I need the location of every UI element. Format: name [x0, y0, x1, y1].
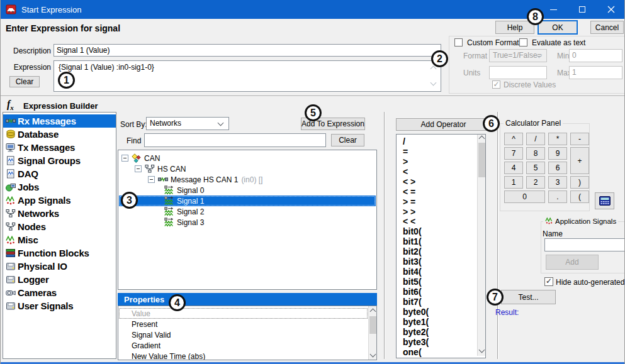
app-signal-name-input[interactable] [544, 238, 625, 251]
find-input[interactable] [144, 133, 326, 147]
operator-item[interactable]: > > [397, 207, 485, 217]
property-item-signal-valid[interactable]: Signal Valid [119, 329, 368, 340]
operator-item[interactable]: bit6( [397, 287, 485, 297]
property-item-new-value-time-abs-[interactable]: New Value Time (abs) [119, 351, 368, 360]
calc-button-4[interactable]: 4 [504, 162, 523, 174]
calc-button-close-paren[interactable]: ) [570, 176, 589, 189]
sidebar-item-signal-groups[interactable]: Signal Groups [3, 154, 116, 167]
operator-scrollbar[interactable] [477, 134, 485, 356]
app-signal-add-button[interactable]: Add [546, 255, 599, 270]
properties-scroll-up-icon[interactable] [370, 309, 376, 315]
operator-item[interactable]: < > [397, 177, 485, 187]
calc-button-div[interactable]: / [526, 133, 545, 145]
operator-item[interactable]: > [397, 157, 485, 167]
sidebar-item-misc[interactable]: Misc [3, 233, 116, 246]
tree-collapse-icon[interactable] [148, 176, 155, 183]
ok-button[interactable]: OK [538, 20, 578, 35]
calc-button-sub[interactable]: - [570, 133, 589, 145]
calc-button-2[interactable]: 2 [526, 176, 545, 189]
operator-item[interactable]: bit3( [397, 256, 485, 267]
calc-button-3[interactable]: 3 [548, 176, 567, 189]
tree-item-hs-can[interactable]: HS CAN [119, 163, 376, 174]
property-item-present[interactable]: Present [119, 319, 368, 329]
property-item-value[interactable]: Value [119, 308, 368, 319]
properties-scrollbar[interactable] [368, 306, 376, 360]
sidebar-item-physical-io[interactable]: Physical IO [3, 260, 116, 273]
sidebar-item-nodes[interactable]: Nodes [3, 220, 116, 233]
sidebar-item-networks[interactable]: Networks [3, 207, 116, 220]
sidebar-item-rx-messages[interactable]: Rx Messages [3, 114, 116, 128]
test-button[interactable]: Test... [501, 290, 556, 304]
operator-item[interactable]: byte2( [397, 327, 485, 337]
add-operator-button[interactable]: Add Operator [396, 118, 491, 131]
operator-item[interactable]: / [397, 136, 485, 146]
calc-button-mul[interactable]: * [548, 133, 567, 145]
tree-item-message-hs-can-1[interactable]: Message HS CAN 1(in0) [] [119, 174, 376, 185]
tree-item-signal-3[interactable]: Signal 3 [119, 217, 376, 228]
operator-item[interactable]: bit0( [397, 226, 485, 236]
tree-item-signal-1[interactable]: Signal 1 [119, 196, 376, 206]
sidebar-item-app-signals[interactable]: App Signals [3, 194, 116, 207]
hide-auto-generated-checkbox[interactable]: ✓ [544, 277, 553, 286]
calc-button-pow[interactable]: ^ [504, 133, 523, 145]
sidebar-item-user-signals[interactable]: User Signals [3, 299, 116, 312]
operator-scroll-up-icon[interactable] [479, 136, 485, 142]
calc-button-1[interactable]: 1 [504, 176, 523, 189]
operator-item[interactable]: < < [397, 217, 485, 227]
tree-item-signal-2[interactable]: Signal 2 [119, 206, 376, 217]
operator-item[interactable]: < = [397, 187, 485, 197]
custom-format-checkbox[interactable] [454, 38, 463, 47]
calc-button-0[interactable]: 0 [504, 190, 545, 203]
min-field[interactable]: 0 [569, 49, 622, 62]
operator-item[interactable]: bit7( [397, 297, 485, 307]
find-clear-button[interactable]: Clear [331, 134, 364, 146]
calc-button-8[interactable]: 8 [526, 147, 545, 160]
operator-item[interactable]: one( [397, 347, 485, 357]
operator-item[interactable]: bit2( [397, 246, 485, 256]
max-field[interactable]: 1 [569, 66, 622, 79]
operator-item[interactable]: bit1( [397, 236, 485, 246]
discrete-values-checkbox[interactable]: ✓ [492, 80, 500, 89]
sidebar-item-daq[interactable]: DAQ [3, 167, 116, 180]
operator-item[interactable]: < [397, 167, 485, 177]
description-field[interactable]: Signal 1 (Value) [53, 44, 441, 57]
close-button[interactable] [597, 0, 625, 19]
calc-button-dot[interactable]: . [548, 190, 567, 203]
units-field[interactable] [489, 66, 547, 79]
operator-item[interactable]: = [397, 146, 485, 157]
sidebar-item-jobs[interactable]: Jobs [3, 180, 116, 194]
sidebar-item-function-blocks[interactable]: Function Blocks [3, 246, 116, 260]
calc-button-open-paren[interactable]: ( [570, 190, 589, 203]
help-button[interactable]: Help [495, 21, 534, 34]
tree-item-signal-0[interactable]: Signal 0 [119, 185, 376, 196]
properties-scroll-thumb[interactable] [369, 316, 376, 334]
calc-button-add[interactable]: + [570, 147, 589, 174]
splitter-left[interactable] [384, 112, 385, 359]
operator-scroll-down-icon[interactable] [479, 347, 485, 353]
sidebar-item-tx-messages[interactable]: Tx Messages [3, 141, 116, 154]
property-item-gradient[interactable]: Gradient [119, 340, 368, 351]
tree-collapse-icon[interactable] [121, 155, 128, 162]
sidebar-item-database[interactable]: Database [3, 128, 116, 141]
calc-button-9[interactable]: 9 [548, 147, 567, 160]
operator-scroll-thumb[interactable] [478, 143, 485, 177]
calc-button-7[interactable]: 7 [504, 147, 523, 160]
operator-item[interactable]: bit5( [397, 277, 485, 287]
sidebar-item-logger[interactable]: Logger [3, 273, 116, 286]
operator-item[interactable]: bit4( [397, 267, 485, 277]
tree-item-can[interactable]: CAN [119, 153, 376, 163]
cancel-button[interactable]: Cancel [590, 21, 624, 34]
evaluate-as-text-checkbox[interactable] [519, 38, 527, 47]
operator-item[interactable]: byte1( [397, 317, 485, 327]
calc-button-6[interactable]: 6 [548, 162, 567, 174]
operator-item[interactable]: byte0( [397, 307, 485, 317]
tree-collapse-icon[interactable] [135, 165, 142, 172]
operator-item[interactable]: > = [397, 197, 485, 207]
properties-scroll-down-icon[interactable] [370, 351, 376, 358]
sort-by-dropdown[interactable]: Networks [146, 117, 229, 130]
splitter-right[interactable] [497, 112, 498, 359]
expression-clear-button[interactable]: Clear [9, 76, 40, 87]
sidebar-item-cameras[interactable]: Cameras [3, 286, 116, 299]
calculator-launch-button[interactable] [595, 192, 614, 209]
maximize-button[interactable] [568, 0, 597, 19]
